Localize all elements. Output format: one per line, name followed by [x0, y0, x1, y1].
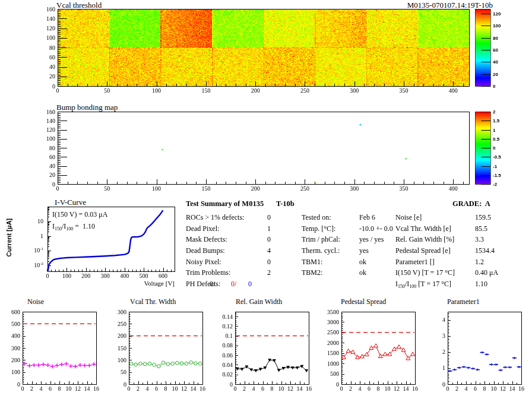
noise-plot-canvas — [0, 296, 107, 399]
condition-row: TBM1:ok — [302, 256, 397, 268]
result-row: Pedestal Spread [e]1534.4 — [395, 245, 529, 256]
condition-row: Therm. cycl.:yes — [302, 245, 397, 256]
grade-label: GRADE: A — [452, 200, 490, 208]
defects-column: ROCs > 1% defects:0 Dead Pixel:1 Mask De… — [186, 212, 299, 290]
defect-row: Noisy Pixel:0 — [186, 256, 299, 268]
condition-row: Trim / phCal:yes / yes — [302, 234, 397, 245]
defect-row: Dead Pixel:1 — [186, 223, 299, 235]
result-row: I(150 V) [T = 17 °C]0.40 μA — [395, 267, 529, 278]
condition-row: TBM2:ok — [302, 267, 397, 278]
defect-row: Dead Bumps:4 — [186, 245, 299, 256]
condition-row: Temp. [°C]:-10.0 +- 0.0 — [302, 223, 397, 235]
iv-annotation-current: I(150 V) = 0.03 μA — [52, 210, 107, 219]
parameter1-plot-canvas — [425, 296, 532, 399]
vcal-threshold-heatmap-canvas — [33, 2, 508, 99]
result-row: Rel. Gain Width [%]3.3 — [395, 234, 529, 245]
bump-bonding-heatmap-canvas — [33, 101, 508, 196]
conditions-column: Tested on:Feb 6 Temp. [°C]:-10.0 +- 0.0 … — [302, 212, 397, 278]
defect-row: Trim Problems:2 — [186, 267, 299, 278]
rel-gain-plot-canvas — [213, 296, 319, 399]
vcal-width-plot-canvas — [106, 296, 213, 399]
result-row: Vcal Thr. Width [e]85.5 — [395, 223, 529, 235]
summary-title: Test Summary of M0135 — [186, 200, 264, 208]
results-column: Noise [e]159.5 Vcal Thr. Width [e]85.5 R… — [395, 212, 529, 290]
pedestal-plot-canvas — [319, 296, 426, 399]
summary-subtitle: T-10b — [276, 200, 294, 208]
result-row-ratio: I150/I100 [T = 17 °C]1.10 — [395, 278, 529, 290]
condition-row: Tested on:Feb 6 — [302, 212, 397, 223]
defect-row: Mask Defects:0 — [186, 234, 299, 245]
module-test-report: Vcal threshold M0135-070107.14:19T-10b B… — [0, 0, 532, 399]
result-row: Parameter1 []1.2 — [395, 256, 529, 268]
defect-row: ROCs > 1% defects:0 — [186, 212, 299, 223]
iv-annotation-ratio: I150/I100 = 1.10 — [52, 222, 95, 232]
result-row: Noise [e]159.5 — [395, 212, 529, 223]
ph-defects-row: PH Defects:0/0/0 — [186, 278, 299, 290]
